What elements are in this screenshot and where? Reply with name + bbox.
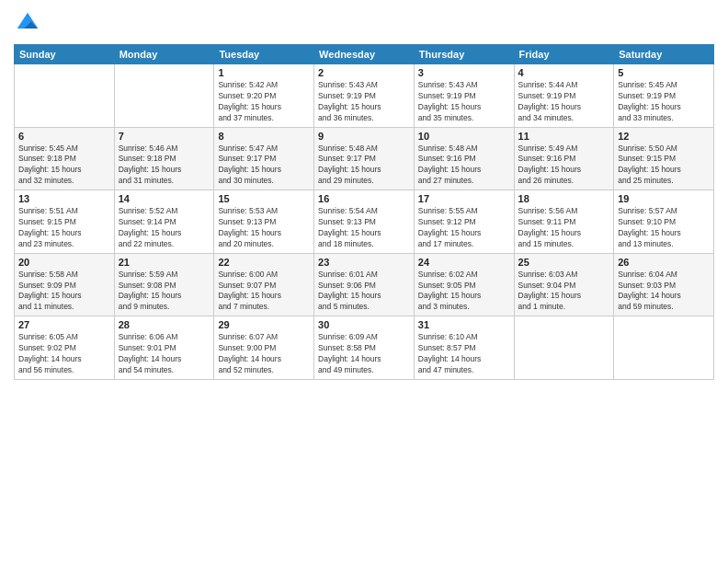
day-number: 5 — [618, 67, 710, 78]
day-cell: 9Sunrise: 5:48 AM Sunset: 9:17 PM Daylig… — [314, 127, 415, 190]
day-info: Sunrise: 5:45 AM Sunset: 9:18 PM Dayligh… — [18, 144, 110, 188]
day-number: 31 — [418, 319, 510, 330]
day-number: 16 — [318, 193, 410, 204]
day-info: Sunrise: 5:48 AM Sunset: 9:17 PM Dayligh… — [318, 144, 410, 188]
day-info: Sunrise: 5:59 AM Sunset: 9:08 PM Dayligh… — [119, 270, 210, 314]
day-cell: 31Sunrise: 6:10 AM Sunset: 8:57 PM Dayli… — [414, 316, 514, 380]
day-cell: 24Sunrise: 6:02 AM Sunset: 9:05 PM Dayli… — [414, 253, 514, 316]
day-cell: 14Sunrise: 5:52 AM Sunset: 9:14 PM Dayli… — [114, 190, 214, 254]
day-number: 4 — [518, 67, 610, 78]
header-cell-tuesday: Tuesday — [214, 45, 314, 64]
day-info: Sunrise: 5:44 AM Sunset: 9:19 PM Dayligh… — [518, 80, 610, 124]
day-number: 23 — [318, 257, 410, 268]
day-cell — [15, 64, 115, 128]
week-row-3: 13Sunrise: 5:51 AM Sunset: 9:15 PM Dayli… — [15, 190, 714, 254]
day-number: 28 — [119, 319, 210, 330]
day-cell: 8Sunrise: 5:47 AM Sunset: 9:17 PM Daylig… — [214, 127, 314, 190]
day-info: Sunrise: 5:56 AM Sunset: 9:11 PM Dayligh… — [518, 206, 610, 250]
week-row-2: 6Sunrise: 5:45 AM Sunset: 9:18 PM Daylig… — [15, 127, 714, 190]
day-number: 14 — [119, 193, 210, 204]
day-number: 19 — [618, 193, 710, 204]
day-cell: 26Sunrise: 6:04 AM Sunset: 9:03 PM Dayli… — [614, 253, 714, 316]
day-cell: 6Sunrise: 5:45 AM Sunset: 9:18 PM Daylig… — [15, 127, 115, 190]
day-number: 18 — [518, 193, 610, 204]
day-info: Sunrise: 5:48 AM Sunset: 9:16 PM Dayligh… — [418, 144, 510, 188]
day-cell: 4Sunrise: 5:44 AM Sunset: 9:19 PM Daylig… — [514, 64, 614, 128]
day-cell — [114, 64, 214, 128]
day-number: 27 — [18, 319, 110, 330]
day-number: 26 — [618, 257, 710, 268]
day-number: 2 — [318, 67, 410, 78]
day-number: 17 — [418, 193, 510, 204]
day-cell: 22Sunrise: 6:00 AM Sunset: 9:07 PM Dayli… — [214, 253, 314, 316]
day-number: 24 — [418, 257, 510, 268]
header-row: SundayMondayTuesdayWednesdayThursdayFrid… — [15, 45, 714, 64]
day-info: Sunrise: 5:42 AM Sunset: 9:20 PM Dayligh… — [218, 80, 310, 124]
day-info: Sunrise: 5:50 AM Sunset: 9:15 PM Dayligh… — [618, 144, 710, 188]
day-info: Sunrise: 6:07 AM Sunset: 9:00 PM Dayligh… — [218, 332, 310, 376]
header-cell-thursday: Thursday — [414, 45, 514, 64]
day-info: Sunrise: 6:05 AM Sunset: 9:02 PM Dayligh… — [18, 332, 110, 376]
day-number: 7 — [119, 131, 210, 142]
day-number: 8 — [218, 131, 310, 142]
header — [14, 9, 714, 37]
day-cell: 12Sunrise: 5:50 AM Sunset: 9:15 PM Dayli… — [614, 127, 714, 190]
day-cell: 18Sunrise: 5:56 AM Sunset: 9:11 PM Dayli… — [514, 190, 614, 254]
day-info: Sunrise: 5:58 AM Sunset: 9:09 PM Dayligh… — [18, 270, 110, 314]
day-cell: 1Sunrise: 5:42 AM Sunset: 9:20 PM Daylig… — [214, 64, 314, 128]
day-cell: 10Sunrise: 5:48 AM Sunset: 9:16 PM Dayli… — [414, 127, 514, 190]
day-info: Sunrise: 6:04 AM Sunset: 9:03 PM Dayligh… — [618, 270, 710, 314]
day-cell: 11Sunrise: 5:49 AM Sunset: 9:16 PM Dayli… — [514, 127, 614, 190]
day-number: 25 — [518, 257, 610, 268]
day-info: Sunrise: 5:45 AM Sunset: 9:19 PM Dayligh… — [618, 80, 710, 124]
day-info: Sunrise: 5:53 AM Sunset: 9:13 PM Dayligh… — [218, 206, 310, 250]
day-cell: 16Sunrise: 5:54 AM Sunset: 9:13 PM Dayli… — [314, 190, 415, 254]
day-cell: 23Sunrise: 6:01 AM Sunset: 9:06 PM Dayli… — [314, 253, 415, 316]
day-info: Sunrise: 5:51 AM Sunset: 9:15 PM Dayligh… — [18, 206, 110, 250]
day-info: Sunrise: 6:09 AM Sunset: 8:58 PM Dayligh… — [318, 332, 410, 376]
logo-icon — [14, 9, 41, 37]
day-info: Sunrise: 5:46 AM Sunset: 9:18 PM Dayligh… — [119, 144, 210, 188]
day-number: 1 — [218, 67, 310, 78]
day-info: Sunrise: 6:06 AM Sunset: 9:01 PM Dayligh… — [119, 332, 210, 376]
page: SundayMondayTuesdayWednesdayThursdayFrid… — [0, 0, 728, 563]
day-info: Sunrise: 5:52 AM Sunset: 9:14 PM Dayligh… — [119, 206, 210, 250]
day-info: Sunrise: 5:54 AM Sunset: 9:13 PM Dayligh… — [318, 206, 410, 250]
header-cell-saturday: Saturday — [614, 45, 714, 64]
header-cell-wednesday: Wednesday — [314, 45, 415, 64]
day-number: 3 — [418, 67, 510, 78]
day-cell: 3Sunrise: 5:43 AM Sunset: 9:19 PM Daylig… — [414, 64, 514, 128]
day-info: Sunrise: 6:10 AM Sunset: 8:57 PM Dayligh… — [418, 332, 510, 376]
day-cell: 27Sunrise: 6:05 AM Sunset: 9:02 PM Dayli… — [15, 316, 115, 380]
day-number: 10 — [418, 131, 510, 142]
week-row-1: 1Sunrise: 5:42 AM Sunset: 9:20 PM Daylig… — [15, 64, 714, 128]
day-cell: 2Sunrise: 5:43 AM Sunset: 9:19 PM Daylig… — [314, 64, 415, 128]
day-info: Sunrise: 5:57 AM Sunset: 9:10 PM Dayligh… — [618, 206, 710, 250]
day-number: 22 — [218, 257, 310, 268]
day-info: Sunrise: 5:49 AM Sunset: 9:16 PM Dayligh… — [518, 144, 610, 188]
day-cell: 17Sunrise: 5:55 AM Sunset: 9:12 PM Dayli… — [414, 190, 514, 254]
day-number: 29 — [218, 319, 310, 330]
day-cell: 29Sunrise: 6:07 AM Sunset: 9:00 PM Dayli… — [214, 316, 314, 380]
day-info: Sunrise: 5:55 AM Sunset: 9:12 PM Dayligh… — [418, 206, 510, 250]
day-cell: 28Sunrise: 6:06 AM Sunset: 9:01 PM Dayli… — [114, 316, 214, 380]
calendar-table: SundayMondayTuesdayWednesdayThursdayFrid… — [14, 44, 714, 380]
day-cell: 5Sunrise: 5:45 AM Sunset: 9:19 PM Daylig… — [614, 64, 714, 128]
day-cell: 15Sunrise: 5:53 AM Sunset: 9:13 PM Dayli… — [214, 190, 314, 254]
day-info: Sunrise: 5:47 AM Sunset: 9:17 PM Dayligh… — [218, 144, 310, 188]
day-info: Sunrise: 6:01 AM Sunset: 9:06 PM Dayligh… — [318, 270, 410, 314]
header-cell-friday: Friday — [514, 45, 614, 64]
day-number: 13 — [18, 193, 110, 204]
day-number: 21 — [119, 257, 210, 268]
day-number: 30 — [318, 319, 410, 330]
day-cell: 21Sunrise: 5:59 AM Sunset: 9:08 PM Dayli… — [114, 253, 214, 316]
day-cell — [514, 316, 614, 380]
day-cell: 13Sunrise: 5:51 AM Sunset: 9:15 PM Dayli… — [15, 190, 115, 254]
day-number: 11 — [518, 131, 610, 142]
day-cell: 19Sunrise: 5:57 AM Sunset: 9:10 PM Dayli… — [614, 190, 714, 254]
day-info: Sunrise: 5:43 AM Sunset: 9:19 PM Dayligh… — [418, 80, 510, 124]
day-info: Sunrise: 6:02 AM Sunset: 9:05 PM Dayligh… — [418, 270, 510, 314]
day-cell: 30Sunrise: 6:09 AM Sunset: 8:58 PM Dayli… — [314, 316, 415, 380]
day-number: 15 — [218, 193, 310, 204]
week-row-4: 20Sunrise: 5:58 AM Sunset: 9:09 PM Dayli… — [15, 253, 714, 316]
